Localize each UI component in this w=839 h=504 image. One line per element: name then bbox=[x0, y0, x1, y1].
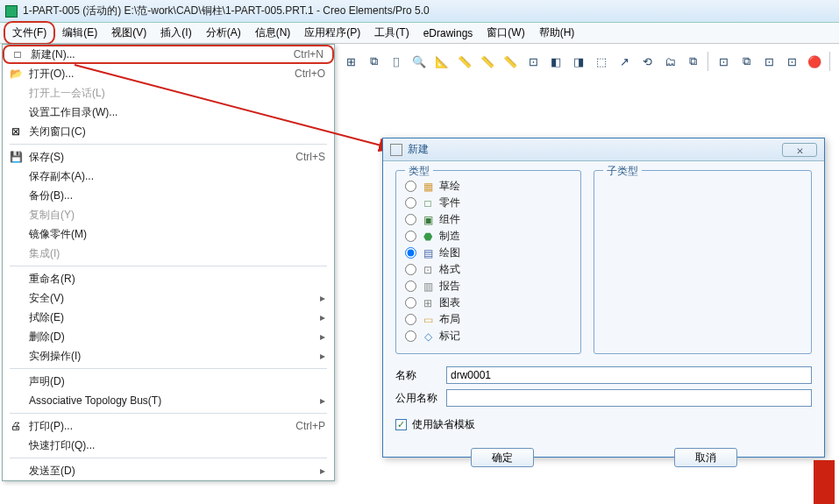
red-accent-bar bbox=[814, 460, 835, 504]
name-input[interactable] bbox=[446, 366, 812, 384]
toolbar-button[interactable]: ◧ bbox=[545, 51, 566, 72]
type-label: 零件 bbox=[439, 195, 460, 210]
menu-item-shortcut: ▸ bbox=[320, 311, 325, 323]
cancel-button[interactable]: 取消 bbox=[674, 448, 737, 467]
menu-信息[interactable]: 信息(N) bbox=[248, 23, 298, 43]
type-radio[interactable] bbox=[405, 264, 416, 275]
toolbar-button[interactable]: 🗂 bbox=[659, 51, 680, 72]
type-label: 报告 bbox=[439, 279, 460, 294]
menu-item-label: Associative Topology Bus(T) bbox=[29, 394, 320, 407]
menu-item[interactable]: 删除(D)▸ bbox=[3, 327, 334, 346]
menu-item[interactable]: 保存副本(A)... bbox=[3, 167, 334, 186]
type-radio[interactable] bbox=[405, 214, 416, 225]
menu-item[interactable]: 快速打印(Q)... bbox=[3, 436, 334, 455]
menu-item[interactable]: 安全(V)▸ bbox=[3, 288, 334, 308]
toolbar-button[interactable]: 🔲 bbox=[835, 51, 839, 72]
menu-item-label: 复制自(Y) bbox=[29, 208, 325, 223]
menu-item-icon: □ bbox=[10, 47, 25, 61]
menu-插入[interactable]: 插入(I) bbox=[153, 23, 198, 43]
type-radio[interactable] bbox=[405, 330, 416, 342]
toolbar-button[interactable]: ⧉ bbox=[682, 51, 703, 72]
toolbar-button[interactable]: 📏 bbox=[454, 51, 475, 72]
menu-item[interactable]: 备份(B)... bbox=[3, 186, 334, 205]
menu-item[interactable]: □新建(N)...Ctrl+N bbox=[3, 45, 334, 64]
type-label: 标记 bbox=[439, 329, 460, 344]
toolbar-button[interactable]: 📏 bbox=[500, 51, 521, 72]
type-radio-row[interactable]: ⊡格式 bbox=[405, 261, 572, 278]
menu-视图[interactable]: 视图(V) bbox=[104, 23, 153, 43]
type-radio[interactable] bbox=[405, 280, 416, 292]
menu-item-shortcut: ▸ bbox=[320, 350, 325, 362]
type-radio-row[interactable]: ▤绘图 bbox=[405, 245, 572, 261]
menu-item[interactable]: 镜像零件(M) bbox=[3, 224, 334, 244]
type-radio-row[interactable]: ▥报告 bbox=[405, 278, 572, 295]
toolbar-button[interactable]: ⊡ bbox=[713, 51, 734, 72]
menu-工具[interactable]: 工具(T) bbox=[367, 23, 416, 43]
type-radio-row[interactable]: ⬣制造 bbox=[405, 228, 572, 245]
type-radio-row[interactable]: □零件 bbox=[405, 195, 572, 211]
menu-item[interactable]: Associative Topology Bus(T)▸ bbox=[3, 391, 334, 410]
menu-item[interactable]: 拭除(E)▸ bbox=[3, 308, 334, 327]
toolbar-button[interactable]: 📐 bbox=[431, 51, 452, 72]
menu-item[interactable]: 🖨打印(P)...Ctrl+P bbox=[3, 416, 334, 436]
toolbar-button[interactable]: ↗ bbox=[614, 51, 635, 72]
toolbar-button[interactable]: ⌷ bbox=[386, 51, 407, 72]
ok-button[interactable]: 确定 bbox=[471, 448, 534, 467]
type-radio-row[interactable]: ⊞图表 bbox=[405, 295, 572, 311]
menu-item[interactable]: 发送至(D)▸ bbox=[3, 461, 334, 480]
toolbar-button[interactable]: ⧉ bbox=[736, 51, 757, 72]
menu-item-icon bbox=[8, 464, 24, 478]
menu-item-icon bbox=[8, 438, 24, 452]
toolbar-button[interactable]: ⬚ bbox=[591, 51, 612, 72]
type-radio[interactable] bbox=[405, 297, 416, 309]
type-radio-row[interactable]: ▭布局 bbox=[405, 311, 572, 328]
menu-item-label: 安全(V) bbox=[29, 291, 320, 306]
window-title: 1-PART-005 (活动的) E:\范-work\CAD\铜柱\1-PART… bbox=[23, 4, 430, 18]
menu-item-label: 拭除(E) bbox=[29, 310, 320, 325]
type-radio[interactable] bbox=[405, 314, 416, 325]
type-label: 草绘 bbox=[439, 179, 460, 194]
type-radio[interactable] bbox=[405, 247, 416, 259]
menu-item[interactable]: 💾保存(S)Ctrl+S bbox=[3, 147, 334, 167]
toolbar-button[interactable]: ⊡ bbox=[758, 51, 779, 72]
toolbar-button[interactable]: 🔍 bbox=[409, 51, 430, 72]
menu-item[interactable]: 📂打开(O)...Ctrl+O bbox=[3, 64, 334, 83]
menu-item-icon bbox=[8, 169, 24, 183]
menu-item-label: 新建(N)... bbox=[31, 47, 294, 62]
toolbar-button[interactable]: ⊡ bbox=[523, 51, 544, 72]
toolbar-button[interactable]: ⧉ bbox=[363, 51, 384, 72]
menu-应用程序[interactable]: 应用程序(P) bbox=[297, 23, 367, 43]
menu-item[interactable]: 声明(D) bbox=[3, 372, 334, 391]
type-label: 布局 bbox=[439, 312, 460, 327]
type-radio-row[interactable]: ▦草绘 bbox=[405, 178, 572, 195]
menu-分析[interactable]: 分析(A) bbox=[199, 23, 248, 43]
menu-编辑[interactable]: 编辑(E) bbox=[55, 23, 104, 43]
type-label: 图表 bbox=[439, 295, 460, 310]
toolbar-button[interactable]: ⊞ bbox=[340, 51, 361, 72]
type-radio[interactable] bbox=[405, 231, 416, 242]
menu-item[interactable]: 重命名(R) bbox=[3, 269, 334, 288]
menu-帮助[interactable]: 帮助(H) bbox=[532, 23, 582, 43]
type-radio[interactable] bbox=[405, 197, 416, 209]
toolbar-button[interactable]: 🔴 bbox=[804, 51, 825, 72]
toolbar-button[interactable]: 📏 bbox=[477, 51, 498, 72]
use-default-template-checkbox[interactable]: ✓ 使用缺省模板 bbox=[395, 417, 812, 432]
toolbar-button[interactable]: ⟲ bbox=[636, 51, 658, 72]
menu-item[interactable]: 设置工作目录(W)... bbox=[3, 103, 334, 122]
type-radio-row[interactable]: ▣组件 bbox=[405, 211, 572, 228]
type-radio[interactable] bbox=[405, 181, 416, 192]
type-radio-row[interactable]: ◇标记 bbox=[405, 328, 572, 344]
menu-item-icon bbox=[8, 272, 24, 286]
menu-edrawings[interactable]: eDrawings bbox=[416, 25, 480, 42]
menu-item-label: 声明(D) bbox=[29, 374, 325, 389]
menu-窗口[interactable]: 窗口(W) bbox=[480, 23, 531, 43]
menu-item-icon: ⊠ bbox=[8, 124, 24, 138]
commonname-input[interactable] bbox=[446, 389, 812, 407]
menu-item[interactable]: 实例操作(I)▸ bbox=[3, 346, 334, 366]
menu-文件[interactable]: 文件(F) bbox=[4, 21, 55, 45]
toolbar-button[interactable]: ⊡ bbox=[781, 51, 802, 72]
dialog-close-button[interactable]: ⨉ bbox=[782, 143, 817, 157]
menu-item[interactable]: ⊠关闭窗口(C) bbox=[3, 122, 334, 141]
menu-item-shortcut: ▸ bbox=[320, 394, 325, 407]
toolbar-button[interactable]: ◨ bbox=[568, 51, 589, 72]
